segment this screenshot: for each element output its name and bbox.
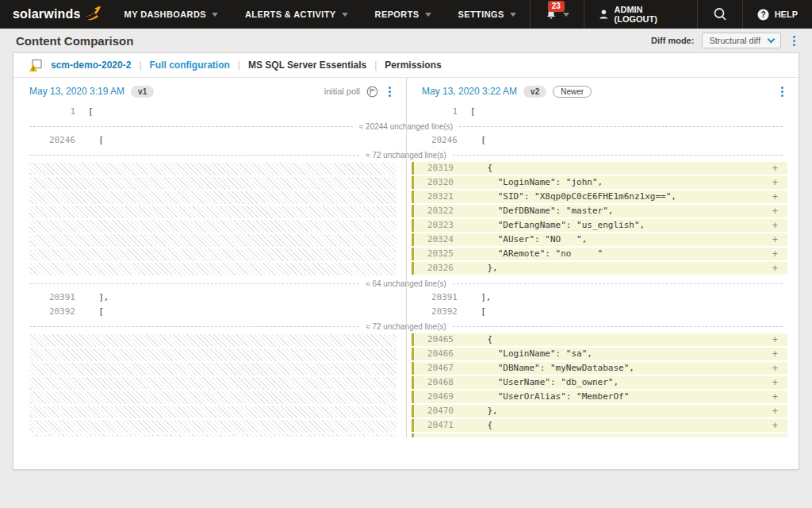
- notification-count-badge: 23: [548, 1, 565, 12]
- missing-lines-hatch: [29, 334, 396, 437]
- help-icon: ?: [757, 9, 769, 21]
- diff-line: 20246 [: [29, 133, 396, 148]
- line-number: 20392: [29, 305, 75, 319]
- added-marker-icon: +: [772, 219, 778, 232]
- missing-lines-hatch: [29, 163, 396, 275]
- solarwinds-logo[interactable]: solarwinds: [0, 6, 111, 22]
- right-pane-line: 20391 ],: [406, 291, 799, 305]
- node-warning-icon: [29, 59, 43, 72]
- diff-mode-select[interactable]: Structural diff: [702, 33, 781, 48]
- nav-alerts-activity-label: ALERTS & ACTIVITY: [245, 10, 336, 19]
- chevron-down-icon: [425, 13, 431, 17]
- divider-dash: [29, 326, 359, 327]
- right-pane-line: 20392 [: [406, 305, 799, 319]
- help-button[interactable]: ? HELP: [743, 0, 812, 29]
- user-menu-button[interactable]: ADMIN (LOGOUT): [584, 0, 697, 29]
- line-code: "AUser": "NO ",: [466, 233, 587, 246]
- line-number: 20246: [412, 133, 458, 148]
- breadcrumb-node-link[interactable]: scm-demo-2020-2: [51, 60, 131, 71]
- added-marker-icon: +: [772, 190, 778, 203]
- left-pane-placeholder: [13, 333, 406, 437]
- line-code: [: [470, 105, 476, 119]
- added-marker-icon: +: [772, 176, 778, 189]
- diff-view: May 13, 2020 3:19 AM v1 initial poll May…: [13, 78, 799, 437]
- search-button[interactable]: [698, 0, 742, 29]
- line-number: 20392: [412, 305, 458, 319]
- nav-alerts-activity[interactable]: ALERTS & ACTIVITY: [232, 0, 362, 29]
- line-number: 20246: [29, 133, 75, 148]
- divider-dash: [29, 283, 359, 284]
- brand-text: solarwinds: [13, 7, 81, 21]
- line-code: "ARemote": "no ": [466, 248, 603, 260]
- right-pane-added-lines: 20465 {+20466 "LoginName": "sa",+20467 "…: [406, 333, 799, 437]
- added-marker-icon: +: [772, 376, 778, 389]
- initial-poll-label: initial poll: [324, 87, 360, 96]
- line-code: ],: [470, 291, 492, 305]
- added-line-partial: [412, 433, 787, 437]
- left-pane-line: 20391 ],: [13, 291, 406, 305]
- added-marker-icon: +: [772, 233, 778, 246]
- breadcrumb-profile-link[interactable]: Full configuration: [150, 60, 230, 71]
- notifications-button[interactable]: 23: [530, 0, 584, 29]
- line-code: "UserOrAlias": "MemberOf": [466, 391, 629, 403]
- line-number: 20466: [414, 348, 454, 360]
- page-title: Content Comparison: [16, 34, 133, 48]
- left-version-date-link[interactable]: May 13, 2020 3:19 AM: [29, 86, 124, 97]
- line-code: "DefDBName": "master",: [466, 205, 613, 217]
- newer-badge: Newer: [553, 86, 592, 98]
- user-label: ADMIN (LOGOUT): [615, 5, 683, 24]
- added-line: 20319 {+: [412, 162, 787, 175]
- chevron-down-icon: [342, 13, 348, 17]
- added-marker-icon: +: [772, 405, 778, 418]
- diff-line: 1[: [412, 105, 787, 119]
- line-number: 20322: [414, 205, 454, 217]
- line-number: 20326: [414, 262, 454, 275]
- divider-dash: [453, 155, 783, 156]
- nav-reports-label: REPORTS: [375, 10, 419, 19]
- breadcrumb-separator: |: [139, 60, 141, 71]
- line-code: "DBName": "myNewDatabase",: [466, 362, 634, 375]
- added-marker-icon: +: [772, 419, 778, 432]
- page-more-menu[interactable]: [789, 33, 799, 48]
- line-code: "DefLangName": "us_english",: [466, 219, 645, 232]
- right-pane-line: 1[: [406, 105, 799, 119]
- chevron-down-icon: [563, 13, 569, 17]
- nav-right-cluster: 23 ADMIN (LOGOUT) ? HELP: [530, 0, 812, 29]
- diff-line: 20246 [: [412, 133, 787, 148]
- line-number: 20469: [414, 391, 454, 403]
- nav-my-dashboards[interactable]: MY DASHBOARDS: [111, 0, 232, 29]
- line-number: 20391: [29, 291, 75, 305]
- added-line: 20326 },+: [412, 262, 787, 275]
- left-pane-more-menu[interactable]: [385, 84, 395, 99]
- divider-dash: [453, 283, 783, 284]
- nav-my-dashboards-label: MY DASHBOARDS: [124, 10, 206, 19]
- added-line: 20467 "DBName": "myNewDatabase",+: [412, 362, 787, 375]
- line-code: "LoginName": "sa",: [466, 348, 592, 360]
- added-line: 20320 "LoginName": "john",+: [412, 176, 787, 189]
- line-code: ],: [88, 291, 109, 305]
- page-header: Content Comparison Diff mode: Structural…: [0, 29, 812, 52]
- line-number: 20467: [414, 362, 454, 375]
- line-code: [: [88, 305, 104, 319]
- line-number: 20321: [414, 190, 454, 203]
- divider-dash: [29, 155, 359, 156]
- right-version-date-link[interactable]: May 13, 2020 3:22 AM: [422, 86, 517, 97]
- breadcrumb-separator: |: [374, 60, 377, 71]
- breadcrumb: scm-demo-2020-2 | Full configuration | M…: [13, 53, 799, 78]
- nav-settings[interactable]: SETTINGS: [445, 0, 530, 29]
- added-marker-icon: +: [772, 205, 778, 217]
- nav-reports[interactable]: REPORTS: [362, 0, 445, 29]
- diff-mode-cluster: Diff mode: Structural diff: [651, 33, 799, 48]
- right-pane-header: May 13, 2020 3:22 AM v2 Newer: [406, 78, 799, 105]
- added-line: 20325 "ARemote": "no "+: [412, 248, 787, 260]
- left-pane-line: 20392 [: [13, 305, 406, 319]
- diff-line: 20392 [: [412, 305, 787, 319]
- line-number: 20323: [414, 219, 454, 232]
- right-pane-more-menu[interactable]: [777, 84, 787, 99]
- search-icon: [712, 6, 728, 22]
- added-line: 20468 "UserName": "db_owner",+: [412, 376, 787, 389]
- left-version-badge: v1: [131, 86, 154, 98]
- line-code: [: [470, 133, 486, 148]
- diff-mode-label: Diff mode:: [651, 36, 694, 45]
- line-number: 20471: [414, 419, 454, 432]
